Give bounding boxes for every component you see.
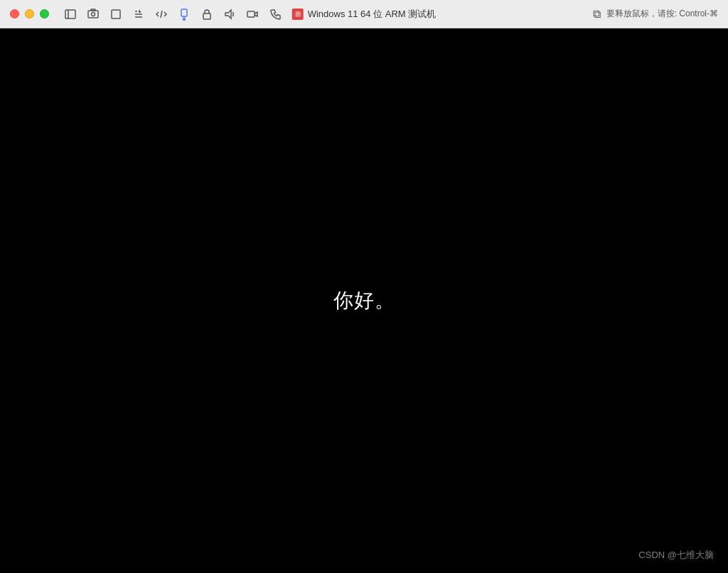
svg-rect-0 — [65, 10, 75, 18]
restore-icon: ⧉ — [593, 8, 601, 21]
svg-rect-4 — [91, 9, 95, 11]
sidebar-toggle-icon[interactable] — [60, 4, 80, 24]
phone-icon[interactable] — [265, 4, 285, 24]
window-title: Windows 11 64 位 ARM 测试机 — [308, 8, 437, 21]
hello-message: 你好。 — [333, 287, 395, 314]
svg-marker-11 — [225, 10, 231, 18]
watermark-text: CSDN @七维大脑 — [638, 549, 714, 562]
vm-display[interactable]: 你好。 CSDN @七维大脑 — [0, 28, 728, 573]
svg-line-6 — [161, 11, 162, 18]
svg-rect-5 — [112, 10, 120, 18]
volume-icon[interactable] — [220, 4, 240, 24]
svg-rect-2 — [88, 11, 98, 18]
titlebar: Windows 11 64 位 ARM 测试机 ⧉ 要释放鼠标，请按: Cont… — [0, 0, 728, 28]
lock-icon[interactable] — [197, 4, 217, 24]
svg-point-3 — [92, 12, 95, 16]
window-title-area: Windows 11 64 位 ARM 测试机 — [292, 8, 437, 21]
titlebar-right: ⧉ 要释放鼠标，请按: Control-⌘ — [593, 8, 718, 21]
svg-rect-12 — [247, 11, 255, 17]
toolbar-icons — [60, 4, 308, 24]
svg-rect-7 — [181, 9, 187, 16]
traffic-lights — [0, 9, 49, 18]
code-icon[interactable] — [151, 4, 171, 24]
snapshot-icon[interactable] — [83, 4, 103, 24]
minimize-button[interactable] — [25, 9, 34, 18]
close-button[interactable] — [10, 9, 19, 18]
release-hint: 要释放鼠标，请按: Control-⌘ — [606, 8, 718, 20]
maximize-button[interactable] — [40, 9, 49, 18]
settings-icon[interactable] — [129, 4, 149, 24]
svg-rect-10 — [203, 14, 210, 19]
vm-os-icon — [292, 9, 304, 20]
fullscreen-icon[interactable] — [106, 4, 126, 24]
camera-icon[interactable] — [242, 4, 262, 24]
usb-icon[interactable] — [174, 4, 194, 24]
